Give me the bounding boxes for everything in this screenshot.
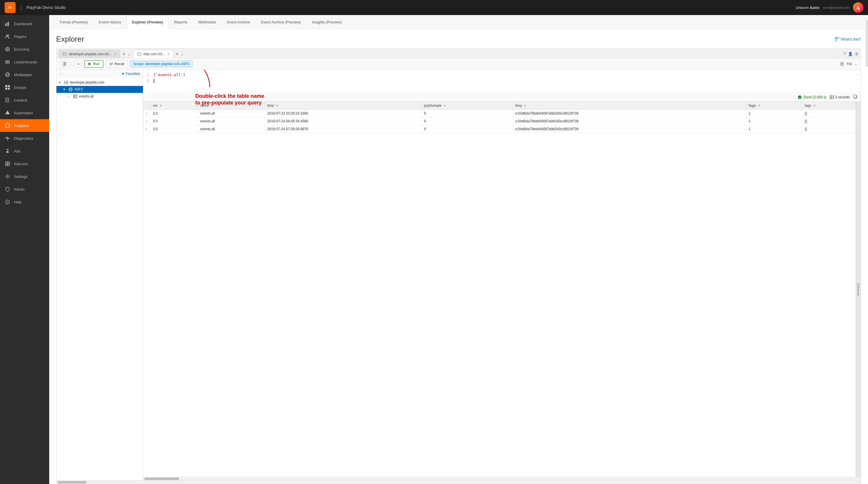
sidebar-item-settings[interactable]: Settings [0,170,49,183]
svg-marker-24 [5,110,10,114]
query-tab-1-dropdown[interactable]: ⌄ [128,52,131,56]
skip-btn[interactable]: « [75,61,82,67]
sidebar-item-multiplayer[interactable]: Multiplayer [0,68,49,81]
sidebar-item-players[interactable]: Players [0,30,49,43]
sidebar-item-economy[interactable]: Economy [0,43,49,56]
database-icon [69,87,73,91]
th-time[interactable]: time ≡ [265,102,422,110]
tree-item-events-all-label: events.all [79,94,94,98]
query-tab-2-close[interactable]: × [167,52,169,56]
tab-insights-preview-label: Insights (Preview) [312,20,342,24]
svg-rect-36 [63,53,66,56]
explorer-workspace: developer.playfab.com.A5... × + ⌄ rfab.c… [56,48,861,484]
tab-explorer[interactable]: Explorer (Preview) [127,15,169,29]
tab-webhooks[interactable]: Webhooks [193,15,221,29]
results-table-container[interactable]: ver ≡ name ≡ time ≡ popSample ≡ iKey ≡ f… [143,101,856,477]
query-tab-2-dropdown[interactable]: ⌄ [181,52,184,56]
sidebar-item-help[interactable]: ? Help [0,196,49,208]
sidebar-item-content[interactable]: Content [0,94,49,106]
tab-event-archive-preview[interactable]: Event Archive (Preview) [255,15,306,29]
svg-rect-10 [5,61,10,61]
tree-h-scrollbar[interactable] [56,480,861,484]
th-name[interactable]: name ≡ [198,102,265,110]
cursor [154,79,154,83]
th-ver[interactable]: ver ≡ [151,102,198,110]
svg-point-51 [69,88,72,89]
sidebar-item-dashboard[interactable]: Dashboard [0,18,49,30]
columns-side-btn[interactable]: Columns [856,101,861,477]
collapse-panel-btn[interactable] [60,61,69,67]
tree-item-events-all[interactable]: › events.all [56,93,143,100]
code-content[interactable]: ['events.all'] [154,72,857,90]
recall-btn[interactable]: Recall [105,60,128,68]
results-table: ver ≡ name ≡ time ≡ popSample ≡ iKey ≡ f… [143,101,856,133]
row-1-flags: 1 [746,110,802,118]
tree-item-a5f3[interactable]: ▾ A5F3 [56,86,143,93]
playfab-logo: PF [5,2,16,13]
svg-text:?: ? [7,201,9,204]
ads-icon [5,148,10,154]
sidebar-item-addons[interactable]: Add-ons [0,157,49,170]
sidebar-item-diagnostics[interactable]: Diagnostics [0,132,49,144]
whats-this-btn[interactable]: What's this? [835,37,861,42]
copy-results-btn[interactable] [853,95,857,99]
tab-reports[interactable]: Reports [169,15,193,29]
run-btn[interactable]: Run [84,60,103,68]
person-query-icon[interactable]: 👤 [848,52,852,56]
th-flags[interactable]: flags ≡ [746,102,802,110]
query-tab-1-plus[interactable]: + [121,52,126,57]
tab-reports-label: Reports [174,20,187,24]
row-3-expand[interactable]: › [144,125,151,133]
header-separator: | [20,4,22,11]
file-dropdown-icon[interactable]: ⌄ [855,62,857,66]
sidebar-label-content: Content [14,98,27,102]
main-content: Trends (Preview) Event History Explorer … [49,15,868,484]
tree-scrollbar-thumb [58,481,87,483]
th-tags[interactable]: tags ≡ [802,102,856,110]
server-icon [64,80,68,85]
tree-item-root[interactable]: ▾ developer.playfab.com [56,79,143,86]
th-popsample[interactable]: popSample ≡ [422,102,513,110]
tab-trends[interactable]: Trends (Preview) [54,15,93,29]
th-ikey[interactable]: iKey ≡ [513,102,746,110]
svg-point-5 [6,35,8,36]
sidebar-label-economy: Economy [14,47,30,52]
query-tab-1[interactable]: developer.playfab.com.A5... × [59,50,120,58]
row-1-tags: {} [802,110,856,118]
query-tab-1-close[interactable]: × [114,52,116,56]
sidebar-item-admin[interactable]: Admin [0,183,49,196]
row-1-ver: 3.0 [151,110,198,118]
collapse-editor-btn[interactable]: — [856,72,859,76]
tab-insights-preview[interactable]: Insights (Preview) [306,15,347,29]
header-left: PF | PlayFab Demo Studio [5,2,66,13]
tab-event-archive[interactable]: Event Archive [221,15,255,29]
user-avatar[interactable]: 🦄 [853,2,863,13]
sidebar-item-leaderboards[interactable]: Leaderboards [0,56,49,68]
svg-rect-16 [5,85,7,87]
row-1-expand[interactable]: › [144,110,151,118]
sidebar-label-admin: Admin [14,187,25,192]
row-3-ver: 3.0 [151,125,198,133]
query-tab-2-plus[interactable]: + [175,52,180,57]
results-h-scrollbar[interactable] [143,477,861,480]
row-3-flags: 1 [746,125,802,133]
tree-more-btn[interactable]: ··· [59,71,62,76]
help-query-icon[interactable]: ? [844,52,846,56]
sidebar-item-automation[interactable]: Automation [0,106,49,119]
sidebar-item-ads[interactable]: Ads [0,144,49,157]
favorites-btn[interactable]: ★ Favorites [122,72,140,76]
help-icon: ? [5,199,10,205]
scope-label: Scope: developer.playfab.com.A5F3 [133,62,189,66]
query-tab-2[interactable]: rfab.com.A5... × [133,50,174,58]
leaderboards-icon [5,59,10,65]
row-2-expand[interactable]: › [144,118,151,125]
code-editor[interactable]: 1 2 ['events.all'] — [143,70,861,93]
sidebar-item-groups[interactable]: Groups [0,81,49,94]
svg-rect-52 [73,95,77,98]
tab-event-history[interactable]: Event History [93,15,126,29]
status-records: 3 records [830,95,850,99]
settings-query-icon[interactable]: ⚙ [855,52,859,56]
sidebar-item-analytics[interactable]: Analytics [0,119,49,132]
addons-icon [5,161,10,167]
workspace-split: ··· ★ Favorites ▾ developer.playf [56,70,861,480]
